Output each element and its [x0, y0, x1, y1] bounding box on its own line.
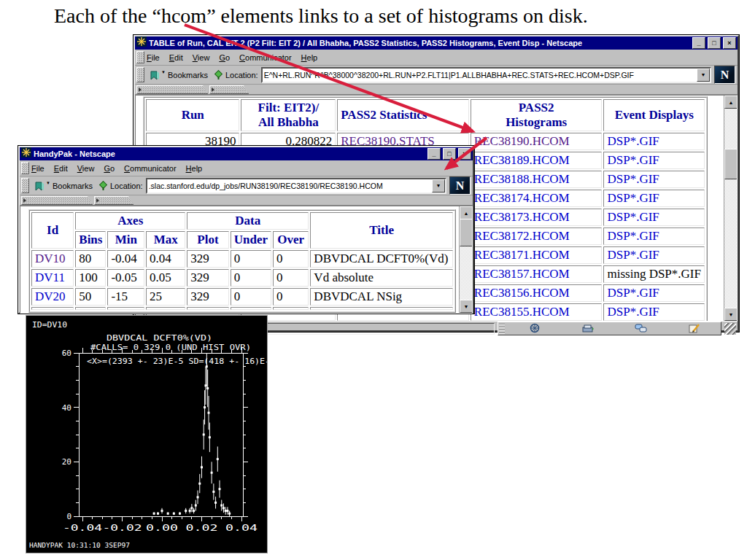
histogram-table-row: DV11100-0.050.0532900Vd absolute — [31, 269, 453, 287]
hcom-link-cell[interactable]: REC38157.HCOM — [471, 265, 603, 283]
menubar-drag-handle[interactable] — [136, 51, 144, 63]
scroll-down-button[interactable]: ▼ — [460, 300, 473, 313]
max-cell: 0.05 — [146, 269, 185, 287]
bookmarks-button[interactable]: ▼ Bookmarks — [147, 69, 211, 81]
col-header-min: Min — [107, 231, 144, 249]
window-title: HandyPak - Netscape — [34, 149, 425, 158]
menu-view[interactable]: View — [193, 53, 210, 62]
col-header-stats: PASS2 Statistics — [337, 99, 469, 131]
svg-text:0.02: 0.02 — [186, 522, 218, 533]
composer-icon[interactable] — [688, 323, 701, 334]
menu-file[interactable]: File — [147, 53, 160, 62]
menu-edit[interactable]: Edit — [169, 53, 183, 62]
menubar-drag-handle[interactable] — [21, 162, 29, 174]
disp-link-cell[interactable]: missing DSP*.GIF — [603, 265, 705, 283]
location-dropdown-button[interactable]: ▼ — [697, 69, 710, 82]
menu-view[interactable]: View — [77, 164, 95, 173]
scrollbar-track[interactable]: ▲ ▼ — [724, 96, 737, 321]
id-link-cell[interactable] — [31, 307, 74, 310]
discussions-icon[interactable] — [635, 323, 648, 334]
toolbar-drag-handle[interactable] — [136, 67, 144, 82]
hcom-link-cell[interactable]: REC38155.HCOM — [471, 303, 603, 321]
menu-go[interactable]: Go — [219, 53, 230, 62]
netscape-logo[interactable]: N — [449, 176, 471, 195]
bins-cell — [75, 307, 106, 310]
disp-link-cell[interactable]: DSP*.GIF — [603, 246, 705, 264]
scroll-down-button[interactable]: ▼ — [724, 308, 738, 321]
title-cell: Vd absolute — [310, 269, 453, 287]
svg-text:40: 40 — [62, 403, 71, 413]
hcom-link-cell[interactable]: REC38174.HCOM — [471, 190, 603, 207]
title-bar[interactable]: HandyPak - Netscape _ □ × — [20, 147, 473, 160]
resize-grip[interactable] — [724, 323, 736, 335]
col-header-displays: Event Displays — [603, 99, 705, 131]
menu-communicator[interactable]: Communicator — [239, 53, 292, 62]
hcom-link-cell[interactable]: REC38189.HCOM — [471, 152, 603, 169]
hcom-link-cell[interactable]: REC38156.HCOM — [471, 284, 603, 302]
id-link-cell[interactable]: DV20 — [31, 288, 74, 306]
max-cell: 0.04 — [146, 250, 185, 268]
location-label: Location: — [225, 71, 258, 79]
navigator-icon[interactable] — [528, 323, 541, 334]
col-header-max: Max — [146, 231, 185, 249]
bookmarks-label: Bookmarks — [53, 182, 93, 190]
hcom-link-cell[interactable]: REC38190.HCOM — [471, 133, 603, 150]
hcom-link-cell[interactable]: REC38173.HCOM — [471, 209, 603, 226]
hcom-link-cell[interactable]: REC38172.HCOM — [471, 228, 603, 245]
disp-link-cell[interactable]: DSP*.GIF — [603, 190, 705, 207]
svg-text:60: 60 — [62, 349, 71, 358]
netscape-logo[interactable]: N — [714, 66, 735, 84]
location-toolbar: ▼ Bookmarks Location: ▼ N — [135, 66, 738, 85]
col-header-filt: Filt: EIT2)/ All Bhabha — [241, 99, 336, 131]
bookmark-icon — [150, 70, 160, 80]
menu-help[interactable]: Help — [186, 164, 203, 173]
location-input[interactable] — [263, 69, 697, 82]
hcom-link-cell[interactable]: REC38171.HCOM — [471, 246, 603, 264]
min-cell — [107, 307, 144, 310]
location-dropdown-button[interactable]: ▼ — [432, 179, 445, 192]
menu-communicator[interactable]: Communicator — [124, 164, 177, 173]
minimize-button[interactable]: _ — [692, 37, 705, 49]
svg-text:0.00: 0.00 — [146, 522, 178, 533]
under-cell — [231, 307, 271, 310]
id-link-cell[interactable]: DV11 — [31, 269, 74, 287]
id-link-cell[interactable]: DV10 — [31, 250, 74, 268]
disp-link-cell[interactable]: DSP*.GIF — [603, 133, 705, 150]
disp-link-cell[interactable]: DSP*.GIF — [603, 152, 705, 169]
maximize-button[interactable]: □ — [443, 148, 456, 160]
bookmarks-button[interactable]: ▼ Bookmarks — [31, 180, 96, 192]
close-button[interactable]: × — [723, 37, 736, 49]
disp-link-cell[interactable]: DSP*.GIF — [603, 171, 705, 188]
disp-link-cell[interactable]: DSP*.GIF — [603, 284, 705, 302]
minimize-button[interactable]: _ — [427, 148, 441, 160]
maximize-button[interactable]: □ — [708, 37, 721, 49]
toolbar-drag-handle[interactable] — [21, 178, 29, 193]
mailbox-icon[interactable] — [581, 323, 595, 334]
menu-items: FileEditViewGoCommunicatorHelp — [31, 164, 212, 173]
hcom-link-cell[interactable]: REC38188.HCOM — [471, 171, 603, 188]
svg-text:#CALLS= 0 329 0 (UND HIS: #CALLS= 0 329 0 (UND HIST OVR) — [90, 343, 251, 351]
disp-link-cell[interactable]: DSP*.GIF — [603, 209, 705, 226]
menu-go[interactable]: Go — [104, 164, 115, 173]
menu-help[interactable]: Help — [301, 53, 318, 62]
component-bar-handle[interactable] — [499, 323, 505, 334]
svg-text:0: 0 — [66, 512, 71, 521]
location-input[interactable] — [147, 179, 432, 192]
disp-link-cell[interactable]: DSP*.GIF — [603, 228, 705, 245]
disp-link-cell[interactable]: DSP*.GIF — [603, 303, 705, 321]
menu-edit[interactable]: Edit — [54, 164, 68, 173]
scroll-up-button[interactable]: ▲ — [724, 96, 738, 109]
collapsed-tab[interactable] — [209, 85, 249, 94]
scroll-up-button[interactable]: ▲ — [460, 206, 473, 219]
scroll-thumb[interactable] — [460, 219, 473, 246]
scroll-thumb[interactable] — [724, 149, 738, 179]
menu-file[interactable]: File — [31, 164, 44, 173]
title-bar[interactable]: TABLE of Run, CAL EIT 2 (P2 Filt: EIT 2)… — [135, 36, 738, 50]
collapsed-tab[interactable] — [136, 85, 208, 94]
location-field: ▼ — [146, 178, 446, 194]
scrollbar-track[interactable]: ▲ ▼ — [459, 206, 472, 313]
close-button[interactable]: × — [458, 148, 471, 160]
location-icon — [214, 70, 223, 80]
collapsed-tab[interactable] — [94, 196, 133, 205]
collapsed-tab[interactable] — [21, 196, 93, 205]
